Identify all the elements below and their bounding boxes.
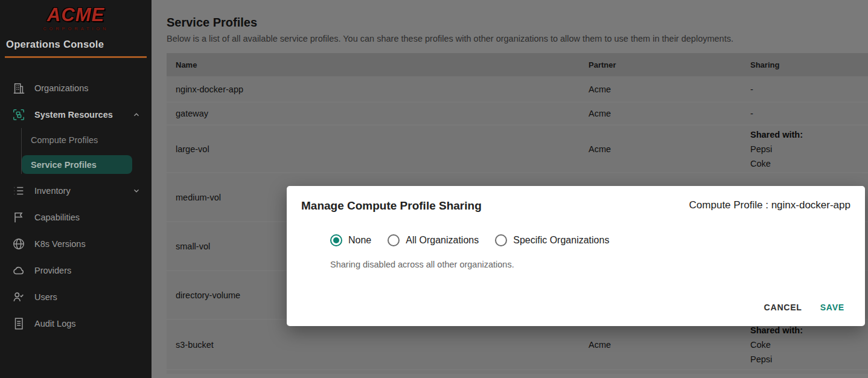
radio-label: All Organizations: [406, 235, 479, 246]
acme-logo-text: ACME: [0, 5, 152, 25]
radio-unselected-icon: [495, 234, 507, 246]
dialog-body: None All Organizations Specific Organiza…: [330, 234, 850, 269]
sidebar-item-label: Inventory: [34, 186, 71, 196]
sidebar-item-capabilities[interactable]: Capabilities: [0, 204, 152, 231]
acme-logo-subtext: CORPORATION: [0, 26, 152, 31]
sidebar-item-organizations[interactable]: Organizations: [0, 75, 152, 101]
sidebar-nav: Organizations System Resources Compute P…: [0, 75, 152, 337]
sidebar-item-k8s-versions[interactable]: K8s Versions: [0, 231, 152, 257]
resources-icon: [12, 108, 25, 121]
radio-label: Specific Organizations: [513, 235, 609, 246]
radio-selected-icon: [330, 234, 342, 246]
radio-label: None: [348, 235, 371, 246]
radio-specific-organizations[interactable]: Specific Organizations: [495, 234, 609, 246]
cancel-button[interactable]: CANCEL: [758, 297, 808, 318]
document-icon: [12, 317, 25, 330]
dialog-context: Compute Profile : nginx-docker-app: [689, 199, 850, 211]
sharing-radio-group: None All Organizations Specific Organiza…: [330, 234, 850, 246]
list-icon: [12, 184, 25, 197]
sidebar-item-label: System Resources: [34, 110, 113, 120]
manage-sharing-dialog: Manage Compute Profile Sharing Compute P…: [287, 186, 865, 326]
sidebar-item-providers[interactable]: Providers: [0, 257, 152, 284]
flag-icon: [12, 211, 25, 224]
app-window: ACME CORPORATION Operations Console Orga…: [0, 0, 868, 378]
chevron-up-icon: [132, 111, 141, 119]
sidebar-item-label: Users: [34, 292, 57, 302]
sidebar-item-label: Organizations: [34, 83, 88, 93]
sidebar-item-users[interactable]: Users: [0, 284, 152, 310]
globe-icon: [12, 237, 25, 251]
sidebar-item-system-resources[interactable]: System Resources: [0, 101, 152, 128]
user-check-icon: [12, 290, 25, 304]
dialog-title: Manage Compute Profile Sharing: [301, 199, 482, 213]
sidebar-item-label: Compute Profiles: [31, 135, 98, 145]
chevron-down-icon: [132, 187, 141, 195]
sidebar-item-label: Service Profiles: [31, 160, 97, 170]
dialog-actions: CANCEL SAVE: [758, 297, 850, 318]
sidebar-item-label: Capabilities: [34, 213, 80, 222]
cloud-icon: [12, 264, 25, 277]
console-title: Operations Console: [6, 39, 145, 50]
sidebar-item-audit-logs[interactable]: Audit Logs: [0, 310, 152, 337]
radio-unselected-icon: [388, 234, 400, 246]
dialog-header: Manage Compute Profile Sharing Compute P…: [301, 199, 850, 213]
save-button[interactable]: SAVE: [814, 297, 850, 318]
sidebar: ACME CORPORATION Operations Console Orga…: [0, 0, 152, 378]
sidebar-item-service-profiles[interactable]: Service Profiles: [22, 155, 132, 174]
building-icon: [12, 82, 25, 95]
radio-all-organizations[interactable]: All Organizations: [388, 234, 479, 246]
sidebar-item-compute-profiles[interactable]: Compute Profiles: [22, 128, 152, 152]
sidebar-divider: [5, 56, 147, 58]
acme-logo: ACME CORPORATION: [0, 0, 152, 31]
sharing-helper-text: Sharing disabled across all other organi…: [330, 260, 850, 269]
radio-none[interactable]: None: [330, 234, 371, 246]
sidebar-item-label: Providers: [34, 266, 71, 275]
sidebar-item-inventory[interactable]: Inventory: [0, 178, 152, 204]
system-resources-submenu: Compute Profiles Service Profiles: [21, 128, 152, 174]
sidebar-item-label: K8s Versions: [34, 239, 86, 249]
sidebar-item-label: Audit Logs: [34, 319, 76, 328]
